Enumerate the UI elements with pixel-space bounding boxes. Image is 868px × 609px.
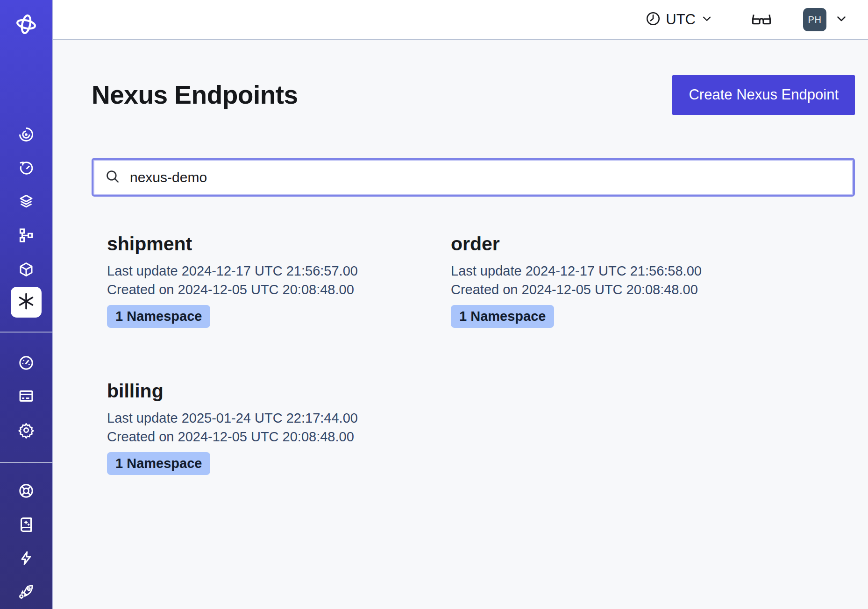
create-nexus-endpoint-button[interactable]: Create Nexus Endpoint bbox=[672, 75, 855, 115]
app-sidebar bbox=[0, 0, 53, 609]
last-update-text: Last update 2024-12-17 UTC 21:56:58.00 bbox=[451, 262, 795, 280]
sidebar-divider bbox=[0, 332, 53, 333]
flowchart-icon bbox=[18, 227, 35, 244]
endpoint-name[interactable]: shipment bbox=[107, 233, 451, 255]
orbit-logo-icon bbox=[15, 13, 37, 35]
rocket-icon bbox=[18, 583, 35, 600]
sidebar-item-credit-card[interactable] bbox=[15, 385, 37, 407]
last-update-text: Last update 2024-12-17 UTC 21:56:57.00 bbox=[107, 262, 451, 280]
endpoint-card-grid: shipment Last update 2024-12-17 UTC 21:5… bbox=[107, 233, 855, 475]
chevron-down-icon bbox=[834, 12, 848, 28]
timezone-label: UTC bbox=[666, 11, 696, 28]
layers-icon bbox=[18, 193, 35, 210]
search-icon bbox=[105, 169, 121, 186]
sidebar-item-home[interactable] bbox=[15, 14, 37, 35]
sidebar-item-life-ring[interactable] bbox=[15, 480, 37, 502]
sidebar-item-flowchart[interactable] bbox=[15, 225, 37, 246]
credit-card-icon bbox=[18, 388, 35, 404]
created-on-text: Created on 2024-12-05 UTC 20:08:48.00 bbox=[451, 280, 795, 299]
sidebar-item-book-sparkles[interactable] bbox=[15, 514, 37, 535]
namespace-badge: 1 Namespace bbox=[107, 452, 210, 475]
clock-icon bbox=[645, 11, 661, 28]
endpoint-card[interactable]: billing Last update 2025-01-24 UTC 22:17… bbox=[107, 380, 451, 475]
retry-clock-icon bbox=[18, 160, 35, 177]
endpoint-name[interactable]: order bbox=[451, 233, 795, 255]
endpoint-name[interactable]: billing bbox=[107, 380, 451, 402]
book-sparkles-icon bbox=[18, 516, 35, 533]
lightning-bolt-icon bbox=[18, 550, 35, 567]
app-root: UTC PH bbox=[0, 0, 868, 609]
main-content: Nexus Endpoints Create Nexus Endpoint sh… bbox=[53, 40, 868, 609]
endpoint-card[interactable]: order Last update 2024-12-17 UTC 21:56:5… bbox=[451, 233, 795, 328]
app-header: UTC PH bbox=[53, 0, 868, 40]
created-on-text: Created on 2024-12-05 UTC 20:08:48.00 bbox=[107, 427, 451, 446]
sidebar-item-nexus-active[interactable] bbox=[11, 287, 42, 318]
endpoint-card[interactable]: shipment Last update 2024-12-17 UTC 21:5… bbox=[107, 233, 451, 328]
cube-icon bbox=[18, 261, 35, 278]
timezone-selector[interactable]: UTC bbox=[645, 11, 713, 28]
chevron-down-icon bbox=[700, 12, 713, 27]
endpoint-search-box[interactable] bbox=[92, 158, 855, 197]
sidebar-item-lightning[interactable] bbox=[15, 547, 37, 569]
reader-mode-button[interactable] bbox=[750, 9, 773, 30]
namespace-badge: 1 Namespace bbox=[451, 305, 554, 328]
page-title: Nexus Endpoints bbox=[92, 80, 298, 110]
life-ring-icon bbox=[18, 482, 35, 499]
glasses-icon bbox=[750, 9, 773, 30]
sidebar-item-rocket[interactable] bbox=[15, 581, 37, 602]
gear-icon bbox=[18, 422, 35, 439]
title-row: Nexus Endpoints Create Nexus Endpoint bbox=[92, 75, 855, 115]
namespace-badge: 1 Namespace bbox=[107, 305, 210, 328]
sidebar-item-spiral[interactable] bbox=[15, 124, 37, 145]
sidebar-divider bbox=[0, 462, 53, 463]
last-update-text: Last update 2025-01-24 UTC 22:17:44.00 bbox=[107, 409, 451, 427]
sidebar-item-retry-clock[interactable] bbox=[15, 157, 37, 179]
search-row bbox=[92, 158, 855, 197]
endpoint-search-input[interactable] bbox=[129, 169, 842, 186]
sidebar-item-cube[interactable] bbox=[15, 259, 37, 280]
sidebar-item-gear[interactable] bbox=[15, 419, 37, 441]
asterisk-icon bbox=[16, 291, 36, 313]
spiral-icon bbox=[18, 126, 35, 143]
created-on-text: Created on 2024-12-05 UTC 20:08:48.00 bbox=[107, 280, 451, 299]
account-menu[interactable]: PH bbox=[803, 8, 848, 31]
gauge-icon bbox=[18, 354, 35, 371]
sidebar-item-gauge[interactable] bbox=[15, 352, 37, 374]
sidebar-item-layers[interactable] bbox=[15, 191, 37, 212]
avatar: PH bbox=[803, 8, 826, 31]
